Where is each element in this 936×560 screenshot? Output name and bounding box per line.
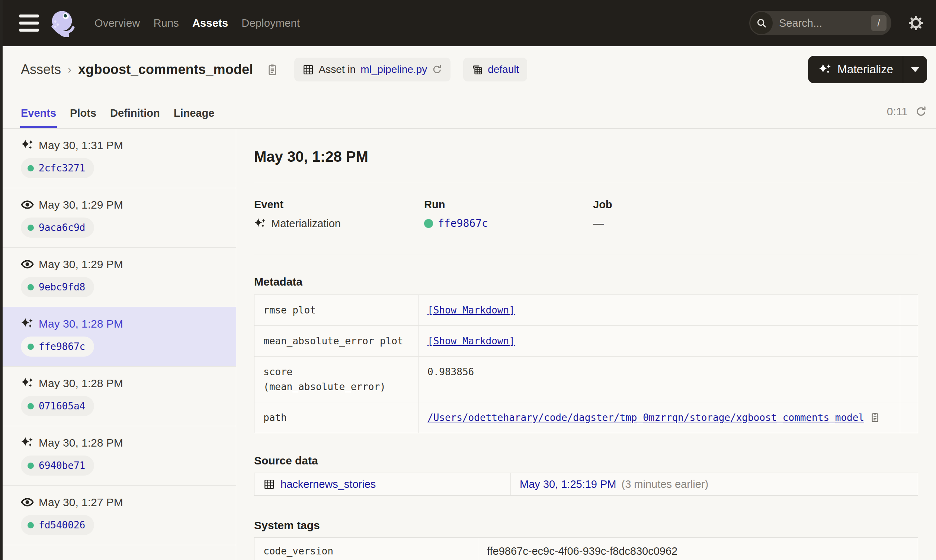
materialize-dropdown-button[interactable] bbox=[903, 56, 927, 83]
system-tag-key: code_version bbox=[254, 538, 478, 560]
eye-icon bbox=[21, 258, 34, 271]
asset-group-link[interactable]: default bbox=[488, 64, 519, 75]
primary-nav: Overview Runs Assets Deployment bbox=[94, 17, 300, 29]
window-edge bbox=[0, 0, 3, 560]
top-navbar: Overview Runs Assets Deployment / bbox=[0, 0, 936, 46]
copy-asset-name-icon[interactable] bbox=[266, 63, 279, 76]
event-list-item[interactable]: May 30, 1:28 PM ffe9867c bbox=[3, 307, 236, 367]
metadata-extra-cell bbox=[900, 402, 918, 433]
job-column-label: Job bbox=[593, 198, 918, 211]
run-id-link[interactable]: 9ebc9fd8 bbox=[39, 282, 85, 293]
dagster-logo bbox=[48, 8, 77, 38]
nav-runs[interactable]: Runs bbox=[153, 17, 179, 29]
materialize-sparkle-icon bbox=[819, 63, 832, 76]
run-id-link[interactable]: ffe9867c bbox=[438, 217, 488, 230]
metadata-key: path bbox=[254, 402, 419, 433]
system-tag-value: ffe9867c-ec9c-4f06-939c-f8dc830c0962 bbox=[478, 538, 918, 560]
event-list-item[interactable]: May 30, 1:28 PM 071605a4 bbox=[3, 367, 236, 426]
search-icon bbox=[750, 12, 773, 34]
copy-path-icon[interactable] bbox=[870, 412, 881, 423]
eye-icon bbox=[21, 496, 34, 509]
asset-group-chip[interactable]: default bbox=[463, 58, 527, 82]
event-timestamp: May 30, 1:29 PM bbox=[39, 258, 123, 271]
event-list-item[interactable]: May 30, 1:31 PM 2cfc3271 bbox=[3, 129, 236, 188]
run-id-pill[interactable]: 2cfc3271 bbox=[21, 158, 94, 178]
tab-definition[interactable]: Definition bbox=[110, 107, 160, 128]
nav-assets[interactable]: Assets bbox=[192, 17, 228, 29]
metadata-row: score (mean_absolute_error) 0.983856 bbox=[254, 356, 918, 402]
code-location-link[interactable]: ml_pipeline.py bbox=[360, 64, 427, 75]
hamburger-menu-icon[interactable] bbox=[19, 14, 40, 32]
run-id-link[interactable]: fd540026 bbox=[39, 520, 85, 531]
run-id-link[interactable]: 6940be71 bbox=[39, 460, 85, 471]
divider bbox=[254, 183, 918, 183]
nav-deployment[interactable]: Deployment bbox=[242, 17, 300, 29]
event-type-value: Materialization bbox=[271, 217, 341, 230]
event-list-item[interactable]: May 30, 1:27 PM fd540026 bbox=[3, 486, 236, 545]
run-status-dot bbox=[28, 225, 34, 231]
run-id-link[interactable]: 2cfc3271 bbox=[39, 163, 85, 174]
asset-name-title: xgboost_comments_model bbox=[78, 62, 253, 77]
event-run-job-row: Event Materialization Run ffe9867c Job — bbox=[254, 198, 918, 230]
breadcrumb: Assets › xgboost_comments_model bbox=[21, 62, 279, 77]
refresh-countdown: 0:11 bbox=[887, 105, 908, 118]
refresh-icon[interactable] bbox=[915, 106, 927, 117]
event-timestamp: May 30, 1:29 PM bbox=[39, 198, 123, 211]
metadata-value: [Show Markdown] bbox=[419, 295, 900, 325]
chip-prefix: Asset in bbox=[319, 64, 356, 75]
source-asset-link[interactable]: hackernews_stories bbox=[280, 477, 376, 491]
materialize-button[interactable]: Materialize bbox=[808, 56, 903, 83]
nav-overview[interactable]: Overview bbox=[94, 17, 140, 29]
metadata-value: /Users/odetteharary/code/dagster/tmp_0mz… bbox=[419, 402, 900, 433]
metadata-row: path /Users/odetteharary/code/dagster/tm… bbox=[254, 402, 918, 433]
event-timestamp: May 30, 1:27 PM bbox=[39, 496, 123, 509]
source-data-heading: Source data bbox=[254, 454, 918, 468]
run-id-pill[interactable]: ffe9867c bbox=[21, 337, 94, 357]
divider bbox=[254, 254, 918, 254]
run-status-dot bbox=[28, 344, 34, 350]
event-timestamp: May 30, 1:31 PM bbox=[39, 139, 123, 152]
code-location-chip[interactable]: Asset in ml_pipeline.py bbox=[294, 58, 451, 82]
show-markdown-link[interactable]: [Show Markdown] bbox=[428, 303, 515, 318]
settings-gear-icon[interactable] bbox=[908, 15, 924, 31]
refresh-timer: 0:11 bbox=[887, 105, 927, 128]
path-link[interactable]: /Users/odetteharary/code/dagster/tmp_0mz… bbox=[428, 410, 864, 425]
system-tag-row: code_version ffe9867c-ec9c-4f06-939c-f8d… bbox=[254, 538, 918, 560]
run-status-dot bbox=[28, 284, 34, 291]
asset-header: Assets › xgboost_comments_model Asset in… bbox=[0, 46, 936, 93]
system-tags-table: code_version ffe9867c-ec9c-4f06-939c-f8d… bbox=[254, 537, 918, 560]
search-input[interactable] bbox=[774, 17, 871, 29]
run-id-link[interactable]: 071605a4 bbox=[39, 400, 85, 412]
metadata-row: rmse plot [Show Markdown] bbox=[254, 295, 918, 325]
reload-location-icon[interactable] bbox=[432, 64, 442, 75]
source-data-table: hackernews_stories May 30, 1:25:19 PM (3… bbox=[254, 472, 918, 496]
event-column-label: Event bbox=[254, 198, 424, 211]
search-box[interactable]: / bbox=[749, 11, 891, 35]
tab-events[interactable]: Events bbox=[21, 107, 56, 128]
event-list-item[interactable]: May 30, 1:29 PM 9aca6c9d bbox=[3, 188, 236, 248]
dagster-app: Overview Runs Assets Deployment / Assets… bbox=[0, 0, 936, 560]
breadcrumb-assets-link[interactable]: Assets bbox=[21, 62, 61, 77]
run-id-link[interactable]: 9aca6c9d bbox=[39, 222, 85, 233]
tab-plots[interactable]: Plots bbox=[70, 107, 96, 128]
run-id-pill[interactable]: 071605a4 bbox=[21, 396, 94, 416]
show-markdown-link[interactable]: [Show Markdown] bbox=[428, 334, 515, 348]
run-id-pill[interactable]: 6940be71 bbox=[21, 455, 94, 475]
run-status-dot bbox=[28, 403, 34, 409]
metadata-extra-cell bbox=[900, 326, 918, 356]
asset-grid-icon bbox=[302, 64, 314, 75]
run-id-pill[interactable]: 9ebc9fd8 bbox=[21, 277, 94, 297]
run-status-dot bbox=[424, 219, 433, 228]
metadata-key: rmse plot bbox=[254, 295, 419, 325]
run-id-link[interactable]: ffe9867c bbox=[39, 341, 85, 352]
event-list-item[interactable]: May 30, 1:28 PM 6940be71 bbox=[3, 426, 236, 486]
run-id-pill[interactable]: 9aca6c9d bbox=[21, 217, 94, 238]
materialization-icon bbox=[21, 317, 34, 330]
event-list-sidebar: May 30, 1:31 PM 2cfc3271 May 30, 1:29 PM… bbox=[3, 129, 236, 560]
source-timestamp-link[interactable]: May 30, 1:25:19 PM bbox=[520, 477, 616, 491]
event-list: May 30, 1:31 PM 2cfc3271 May 30, 1:29 PM… bbox=[3, 129, 236, 545]
event-list-item[interactable]: May 30, 1:29 PM 9ebc9fd8 bbox=[3, 248, 236, 307]
tab-lineage[interactable]: Lineage bbox=[174, 107, 215, 128]
run-id-pill[interactable]: fd540026 bbox=[21, 515, 94, 535]
materialization-icon bbox=[21, 436, 34, 449]
